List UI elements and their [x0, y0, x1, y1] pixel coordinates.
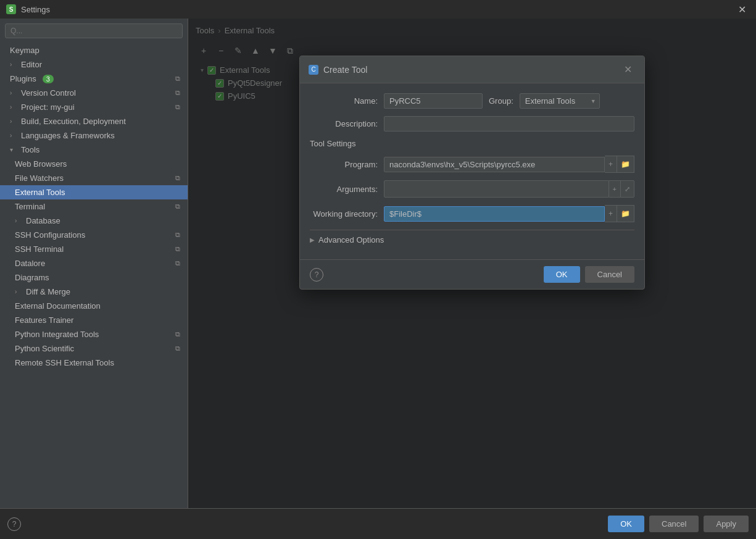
sidebar-item-editor[interactable]: › Editor [0, 57, 188, 72]
sidebar-item-external-docs[interactable]: External Documentation [0, 299, 188, 313]
sidebar-item-external-tools[interactable]: External Tools [0, 185, 188, 199]
sidebar-label: Diagrams [15, 273, 49, 282]
expand-arrow: › [10, 132, 17, 139]
sidebar-item-terminal[interactable]: Terminal ⧉ [0, 199, 188, 214]
sidebar-label: Python Integrated Tools [15, 330, 99, 339]
sidebar-label: Diff & Merge [26, 287, 70, 296]
arguments-macro-button[interactable]: + [609, 180, 621, 198]
copy-icon: ⧉ [175, 203, 180, 211]
sidebar-label: Datalore [15, 259, 45, 268]
expand-arrow: › [10, 104, 17, 111]
modal-help-button[interactable]: ? [310, 268, 323, 282]
sidebar-item-database[interactable]: › Database [0, 214, 188, 228]
expand-arrow: › [15, 288, 22, 295]
sidebar-item-diagrams[interactable]: Diagrams [0, 270, 188, 285]
expand-arrow: ▾ [10, 146, 17, 153]
modal-body: Name: Group: External Tools Descrip [300, 83, 644, 259]
advanced-options-row[interactable]: ▶ Advanced Options [310, 230, 634, 249]
copy-icon: ⧉ [175, 174, 180, 182]
sidebar-item-datalore[interactable]: Datalore ⧉ [0, 256, 188, 270]
program-label: Program: [310, 160, 378, 169]
arguments-label: Arguments: [310, 185, 378, 194]
sidebar-item-keymap[interactable]: Keymap [0, 43, 188, 57]
sidebar-item-project[interactable]: › Project: my-gui ⧉ [0, 100, 188, 114]
group-select[interactable]: External Tools [520, 93, 600, 109]
group-select-wrap: External Tools [520, 93, 600, 109]
sidebar-item-python-integrated[interactable]: Python Integrated Tools ⧉ [0, 327, 188, 341]
working-dir-input[interactable] [384, 206, 605, 222]
sidebar-item-version-control[interactable]: › Version Control ⧉ [0, 86, 188, 100]
arguments-input[interactable] [384, 180, 609, 198]
working-dir-macro-button[interactable]: + [605, 205, 617, 222]
description-input[interactable] [384, 116, 634, 132]
sidebar-item-build[interactable]: › Build, Execution, Deployment [0, 114, 188, 128]
copy-icon: ⧉ [175, 330, 180, 338]
sidebar-label: Languages & Frameworks [21, 131, 115, 140]
sidebar-item-plugins[interactable]: Plugins 3 ⧉ [0, 72, 188, 86]
window-title: Settings [21, 5, 50, 14]
main-window: S Settings ✕ Keymap › Editor Plugins [0, 0, 756, 539]
sidebar-item-web-browsers[interactable]: Web Browsers [0, 157, 188, 171]
program-macro-button[interactable]: + [605, 156, 617, 173]
arguments-expand-button[interactable]: ⤢ [621, 180, 634, 198]
program-input[interactable] [384, 157, 605, 172]
sidebar-label: Plugins [10, 74, 36, 83]
description-row: Description: [310, 116, 634, 132]
search-input[interactable] [5, 23, 183, 38]
ok-button[interactable]: OK [608, 516, 644, 532]
modal-footer: ? OK Cancel [300, 259, 644, 289]
working-dir-browse-button[interactable]: 📁 [617, 205, 634, 222]
sidebar-label: Python Scientific [15, 344, 74, 353]
copy-icon: ⧉ [175, 345, 180, 353]
content-area: Keymap › Editor Plugins 3 ⧉ › Version Co… [0, 19, 756, 508]
advanced-label: Advanced Options [318, 235, 384, 244]
sidebar: Keymap › Editor Plugins 3 ⧉ › Version Co… [0, 19, 188, 508]
sidebar-label: External Tools [15, 188, 65, 197]
sidebar-item-python-scientific[interactable]: Python Scientific ⧉ [0, 341, 188, 356]
modal-overlay: C Create Tool ✕ Name: Group: [188, 19, 756, 508]
program-row: Program: + 📁 [310, 156, 634, 173]
help-button[interactable]: ? [7, 517, 21, 531]
expand-arrow: › [15, 217, 22, 224]
sidebar-item-diff-merge[interactable]: › Diff & Merge [0, 285, 188, 299]
title-bar-left: S Settings [6, 4, 50, 14]
name-input[interactable] [384, 93, 483, 109]
app-icon: S [6, 4, 16, 14]
tool-settings-label: Tool Settings [310, 139, 634, 148]
description-label: Description: [310, 119, 378, 128]
modal-cancel-button[interactable]: Cancel [585, 266, 634, 283]
sidebar-label: Features Trainer [15, 315, 73, 325]
modal-header: C Create Tool ✕ [300, 56, 644, 83]
copy-icon: ⧉ [175, 245, 180, 253]
sidebar-item-languages[interactable]: › Languages & Frameworks [0, 128, 188, 143]
plugins-badge: 3 [43, 75, 54, 83]
sidebar-label: Project: my-gui [21, 102, 75, 112]
cancel-button[interactable]: Cancel [649, 516, 699, 532]
copy-icon: ⧉ [175, 259, 180, 267]
sidebar-item-features-trainer[interactable]: Features Trainer [0, 313, 188, 327]
sidebar-label: Remote SSH External Tools [15, 358, 114, 367]
modal-close-button[interactable]: ✕ [620, 62, 636, 77]
main-panel: Tools › External Tools + − ✎ ▲ ▼ ⧉ ▾ ✓ E… [188, 19, 756, 508]
sidebar-item-ssh-terminal[interactable]: SSH Terminal ⧉ [0, 242, 188, 256]
sidebar-item-ssh-config[interactable]: SSH Configurations ⧉ [0, 228, 188, 242]
apply-button[interactable]: Apply [704, 516, 749, 532]
modal-ok-button[interactable]: OK [544, 266, 580, 283]
modal-icon: C [309, 65, 318, 75]
window-close-button[interactable]: ✕ [734, 2, 750, 17]
expand-arrow: › [10, 61, 17, 68]
sidebar-item-remote-ssh[interactable]: Remote SSH External Tools [0, 356, 188, 370]
create-tool-dialog: C Create Tool ✕ Name: Group: [299, 56, 645, 290]
arguments-input-group: + ⤢ [384, 180, 634, 198]
name-label: Name: [310, 96, 378, 106]
program-browse-button[interactable]: 📁 [617, 156, 634, 173]
name-group-row: Name: Group: External Tools [310, 93, 634, 109]
sidebar-label: Build, Execution, Deployment [21, 117, 126, 126]
working-dir-label: Working directory: [310, 209, 378, 219]
sidebar-label: SSH Terminal [15, 244, 64, 254]
sidebar-label: Editor [21, 60, 42, 69]
sidebar-label: Web Browsers [15, 159, 67, 169]
modal-title: Create Tool [323, 65, 615, 75]
sidebar-item-tools[interactable]: ▾ Tools [0, 143, 188, 157]
sidebar-item-file-watchers[interactable]: File Watchers ⧉ [0, 171, 188, 185]
